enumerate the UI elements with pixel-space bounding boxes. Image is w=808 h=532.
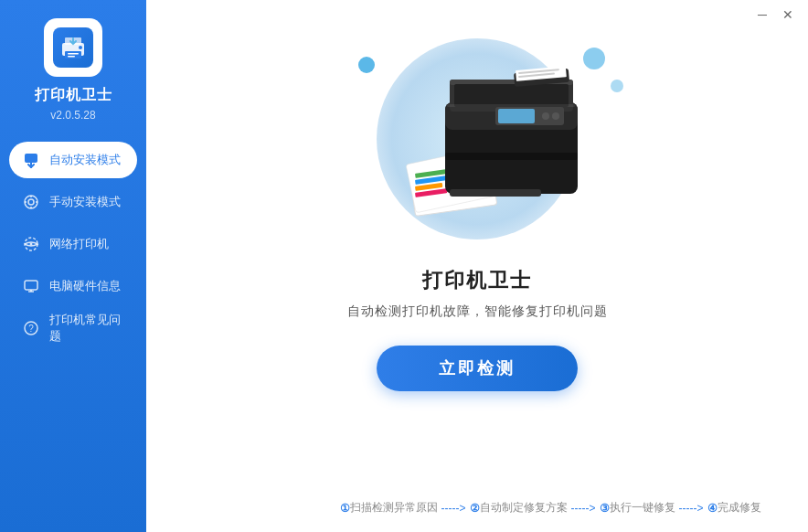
sidebar-item-network-printer[interactable]: 网络打印机 bbox=[9, 226, 137, 262]
svg-rect-41 bbox=[447, 104, 575, 107]
footer-step-3: ③ 执行一键修复 -----> bbox=[600, 500, 707, 516]
sidebar-item-label-pc-hardware: 电脑硬件信息 bbox=[49, 278, 121, 294]
footer-step-4: ④ 完成修复 bbox=[707, 500, 761, 516]
svg-rect-32 bbox=[498, 109, 535, 123]
printer-illustration bbox=[358, 48, 596, 230]
sidebar-item-manual-install[interactable]: 手动安装模式 bbox=[9, 184, 137, 220]
nav-icon-pc-hardware bbox=[22, 277, 40, 295]
svg-rect-2 bbox=[65, 51, 81, 59]
footer-step-2: ② 自动制定修复方案 -----> bbox=[470, 500, 600, 516]
svg-rect-36 bbox=[450, 189, 541, 197]
nav-icon-auto-install bbox=[22, 151, 40, 169]
svg-point-34 bbox=[552, 112, 559, 120]
sidebar-item-auto-install[interactable]: 自动安装模式 bbox=[9, 142, 137, 178]
svg-point-8 bbox=[28, 199, 34, 205]
svg-rect-3 bbox=[68, 53, 79, 55]
main-subtitle: 自动检测打印机故障，智能修复打印机问题 bbox=[347, 303, 608, 320]
svg-text:?: ? bbox=[28, 324, 34, 334]
footer-steps: ① 扫描检测异常原因 -----> ② 自动制定修复方案 -----> ③ 执行… bbox=[292, 500, 808, 516]
cta-button[interactable]: 立即检测 bbox=[377, 346, 578, 391]
nav-icon-faq: ? bbox=[22, 319, 40, 337]
sidebar-item-label-faq: 打印机常见问题 bbox=[49, 312, 124, 345]
close-button[interactable]: ✕ bbox=[775, 5, 801, 25]
nav-icon-manual-install bbox=[22, 193, 40, 211]
minimize-button[interactable]: ─ bbox=[750, 5, 775, 25]
title-bar: ─ ✕ bbox=[0, 0, 808, 29]
svg-rect-4 bbox=[68, 56, 75, 58]
sidebar-item-pc-hardware[interactable]: 电脑硬件信息 bbox=[9, 268, 137, 304]
main-content: 打印机卫士 自动检测打印机故障，智能修复打印机问题 立即检测 ① 扫描检测异常原… bbox=[146, 0, 808, 532]
svg-point-14 bbox=[30, 243, 33, 246]
nav-icon-network-printer bbox=[22, 235, 40, 253]
bg-circle-small-3 bbox=[611, 80, 623, 92]
app-icon bbox=[53, 27, 93, 68]
footer-step-1: ① 扫描检测异常原因 -----> bbox=[340, 500, 470, 516]
svg-point-7 bbox=[25, 196, 37, 208]
sidebar: 打印机卫士 v2.0.5.28 自动安装模式手动安装模式网络打印机电脑硬件信息?… bbox=[0, 0, 146, 532]
sidebar-item-label-auto-install: 自动安装模式 bbox=[49, 152, 121, 168]
app-version: v2.0.5.28 bbox=[50, 109, 95, 122]
sidebar-item-label-manual-install: 手动安装模式 bbox=[49, 194, 121, 210]
sidebar-item-label-network-printer: 网络打印机 bbox=[49, 236, 109, 252]
svg-point-33 bbox=[542, 112, 549, 120]
svg-rect-15 bbox=[25, 281, 37, 290]
main-title: 打印机卫士 bbox=[422, 267, 532, 294]
printer-area bbox=[303, 29, 651, 249]
svg-rect-30 bbox=[454, 84, 569, 107]
sidebar-item-faq[interactable]: ?打印机常见问题 bbox=[9, 310, 137, 346]
app-title: 打印机卫士 bbox=[35, 86, 112, 105]
svg-rect-35 bbox=[445, 153, 578, 160]
svg-point-5 bbox=[79, 46, 82, 49]
